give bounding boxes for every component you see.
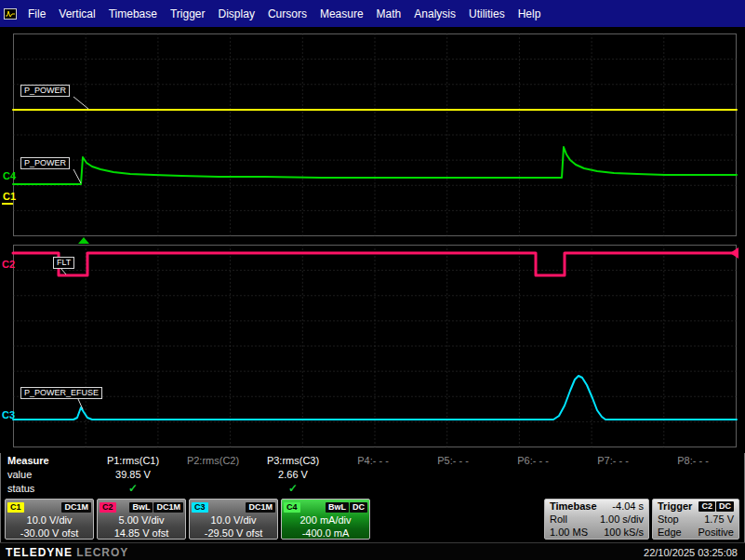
oscilloscope-app: File Vertical Timebase Trigger Display C… — [0, 0, 745, 560]
menu-item-math[interactable]: Math — [370, 7, 408, 20]
brand-lecroy: LECROY — [76, 546, 128, 559]
c2-bwl-chip: BwL — [129, 502, 153, 513]
c3-trace — [13, 376, 737, 420]
measure-title: Measure — [0, 455, 93, 466]
c3-scale: 10.0 V/div — [190, 513, 277, 527]
c3-coupling-chip: DC1M — [246, 502, 275, 513]
grid-lines — [14, 34, 737, 447]
trigger-level: 1.75 V — [704, 513, 734, 526]
waveform-display: P_POWER P_POWER FLT P_POWER_EFUSE C4 C1 … — [0, 27, 745, 453]
trigger-level-marker[interactable] — [730, 247, 738, 259]
scope-graticule-canvas — [0, 27, 745, 453]
timebase-rate: 100 kS/s — [604, 527, 644, 539]
c4-coupling-chip: DC — [350, 502, 367, 513]
measure-p2-header[interactable]: P2:rms(C2) — [173, 455, 253, 466]
measure-p4-header[interactable]: P4:- - - — [333, 455, 413, 466]
c3-chip: C3 — [192, 502, 208, 513]
c4-chip: C4 — [284, 502, 300, 513]
trigger-coupling-chip: DC — [716, 501, 734, 512]
c1-descriptor[interactable]: C1 DC1M 10.0 V/div -30.00 V ofst — [5, 499, 94, 540]
c2-label-callout — [61, 269, 66, 274]
measure-p8-header[interactable]: P8:- - - — [653, 455, 733, 466]
menu-bar: File Vertical Timebase Trigger Display C… — [0, 0, 745, 28]
measure-p3-header[interactable]: P3:rms(C3) — [253, 455, 333, 466]
c3-trace-label[interactable]: P_POWER_EFUSE — [20, 387, 102, 399]
measure-p1-value: 39.85 V — [93, 469, 173, 480]
c4-bwl-chip: BwL — [326, 502, 349, 513]
c2-scale: 5.00 V/div — [98, 513, 185, 527]
timebase-mode: Roll — [550, 513, 567, 526]
menu-item-file[interactable]: File — [21, 7, 52, 20]
measure-status-row: status ✓ ✓ — [0, 481, 745, 495]
measure-p6-header[interactable]: P6:- - - — [493, 455, 573, 466]
trigger-slope: Positive — [698, 527, 734, 539]
trigger-type: Edge — [658, 527, 682, 539]
c1-position-marker[interactable]: C1 — [3, 192, 16, 202]
c3-descriptor[interactable]: C3 DC1M 10.0 V/div -29.50 V ofst — [189, 499, 278, 540]
status-bar: TELEDYNE LECROY 22/10/2025 03:25:08 — [0, 542, 745, 560]
measure-value-row: value 39.85 V 2.66 V — [0, 467, 745, 481]
trigger-descriptor[interactable]: Trigger C2 DC Stop 1.75 V Edge Positive — [652, 499, 739, 540]
brand-logo: TELEDYNE LECROY — [6, 546, 128, 559]
timebase-descriptor[interactable]: Timebase -4.04 s Roll 1.00 s/div 1.00 MS… — [544, 499, 649, 540]
brand-teledyne: TELEDYNE — [6, 546, 73, 559]
c4-trace-label[interactable]: P_POWER — [20, 157, 70, 169]
measure-p5-header[interactable]: P5:- - - — [413, 455, 493, 466]
graticule-upper — [14, 34, 737, 236]
app-icon[interactable] — [4, 8, 17, 20]
timebase-scale: 1.00 s/div — [600, 513, 644, 526]
c1-trace-label[interactable]: P_POWER — [20, 85, 70, 97]
c4-scale: 200 mA/div — [282, 513, 369, 527]
c4-label-callout — [73, 169, 81, 183]
measure-p3-value: 2.66 V — [253, 469, 333, 480]
c1-coupling-chip: DC1M — [61, 502, 91, 513]
c1-offset: -30.00 V ofst — [6, 527, 93, 540]
timebase-delay: -4.04 s — [612, 500, 644, 513]
trigger-source-chip: C2 — [698, 501, 715, 512]
menu-item-trigger[interactable]: Trigger — [164, 7, 212, 20]
c1-scale: 10.0 V/div — [6, 513, 93, 527]
menu-item-measure[interactable]: Measure — [313, 7, 370, 20]
measure-status-label: status — [0, 483, 93, 494]
menu-item-display[interactable]: Display — [212, 7, 261, 20]
c2-coupling-chip: DC1M — [153, 502, 183, 513]
measure-p1-header[interactable]: P1:rms(C1) — [93, 455, 173, 466]
measure-p3-status: ✓ — [253, 482, 333, 495]
measure-value-label: value — [0, 469, 93, 480]
c1-zero-level-marker — [2, 203, 13, 205]
timebase-samples: 1.00 MS — [550, 527, 588, 539]
trigger-time-marker[interactable] — [78, 237, 89, 244]
measure-header-row: Measure P1:rms(C1) P2:rms(C2) P3:rms(C3)… — [0, 453, 745, 467]
menu-item-cursors[interactable]: Cursors — [261, 7, 313, 20]
c1-chip: C1 — [7, 502, 24, 513]
c2-trace-label[interactable]: FLT — [53, 257, 74, 269]
timebase-title: Timebase — [550, 500, 597, 513]
c4-offset: -400.0 mA — [282, 527, 369, 540]
c4-position-marker[interactable]: C4 — [3, 171, 16, 181]
menu-item-help[interactable]: Help — [512, 7, 548, 20]
trigger-mode: Stop — [658, 513, 679, 526]
menu-item-vertical[interactable]: Vertical — [52, 7, 101, 20]
c3-offset: -29.50 V ofst — [190, 527, 277, 540]
c3-position-marker[interactable]: C3 — [2, 410, 15, 420]
trigger-title: Trigger — [658, 500, 692, 513]
menu-item-utilities[interactable]: Utilities — [462, 7, 512, 20]
measure-p1-status: ✓ — [93, 482, 173, 495]
menu-item-timebase[interactable]: Timebase — [102, 7, 164, 20]
c4-descriptor[interactable]: C4 BwL DC 200 mA/div -400.0 mA — [281, 499, 370, 540]
c2-offset: 14.85 V ofst — [98, 527, 185, 540]
c2-descriptor[interactable]: C2 BwL DC1M 5.00 V/div 14.85 V ofst — [97, 499, 186, 540]
c2-trace — [13, 253, 737, 275]
measure-p7-header[interactable]: P7:- - - — [573, 455, 653, 466]
c2-chip: C2 — [100, 502, 116, 513]
datetime: 22/10/2025 03:25:08 — [644, 547, 738, 558]
measure-table: Measure P1:rms(C1) P2:rms(C2) P3:rms(C3)… — [0, 453, 745, 497]
c4-trace — [13, 147, 737, 184]
c1-label-callout — [73, 97, 88, 109]
graticule-lower — [14, 246, 737, 447]
menu-item-analysis[interactable]: Analysis — [407, 7, 462, 20]
c2-position-marker[interactable]: C2 — [2, 260, 15, 270]
c3-label-callout — [78, 399, 83, 409]
